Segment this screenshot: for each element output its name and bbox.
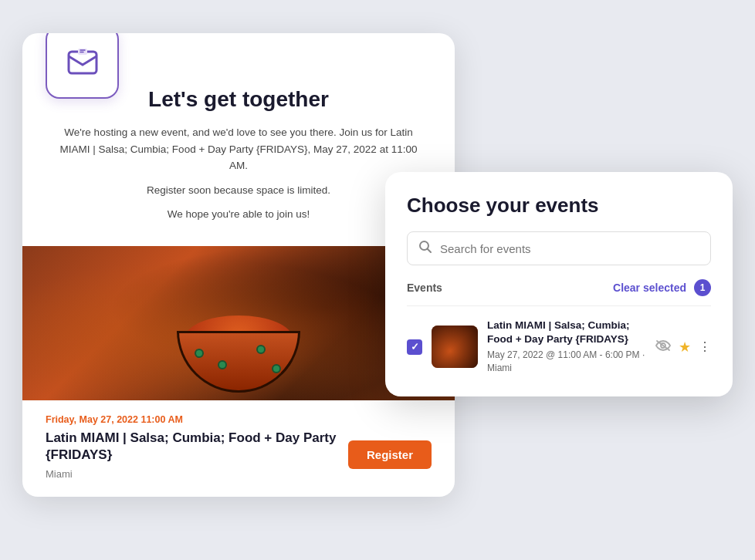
food-bowl-decoration <box>169 300 308 393</box>
svg-line-3 <box>428 249 432 253</box>
toolbar-right: Clear selected 1 <box>613 279 711 296</box>
events-toolbar: Events Clear selected 1 <box>407 279 711 306</box>
star-icon[interactable]: ★ <box>679 339 691 356</box>
event-location: Miami <box>46 468 348 480</box>
event-checkbox[interactable]: ✓ <box>407 339 422 355</box>
event-item-location: Miami <box>487 362 646 375</box>
email-icon-wrapper <box>46 33 119 99</box>
event-list-item: ✓ Latin MIAMI | Salsa; Cumbia; Food + Da… <box>407 319 711 375</box>
event-item-actions: ★ ⋮ <box>655 339 711 356</box>
email-body: We're hosting a new event, and we'd love… <box>53 124 424 223</box>
email-body-line3: We hope you're able to join us! <box>53 206 424 223</box>
register-button[interactable]: Register <box>348 440 432 469</box>
event-item-datetime: May 27, 2022 @ 11:00 AM - 6:00 PM · <box>487 349 646 362</box>
email-icon <box>64 44 101 81</box>
events-panel-title: Choose your events <box>407 194 711 218</box>
event-date: Friday, May 27, 2022 11:00 AM <box>46 414 432 425</box>
more-options-icon[interactable]: ⋮ <box>699 339 711 354</box>
clear-selected-button[interactable]: Clear selected <box>613 282 686 294</box>
search-input[interactable] <box>440 242 699 255</box>
search-box[interactable] <box>407 231 711 265</box>
event-info: Latin MIAMI | Salsa; Cumbia; Food + Day … <box>487 319 646 375</box>
checkmark-icon: ✓ <box>411 341 419 353</box>
hide-icon[interactable] <box>655 340 671 354</box>
svg-rect-0 <box>69 52 96 73</box>
count-badge: 1 <box>694 279 711 296</box>
events-label: Events <box>407 282 442 294</box>
event-name-location: Latin MIAMI | Salsa; Cumbia; Food + Day … <box>46 430 348 480</box>
email-body-line2: Register soon because space is limited. <box>53 182 424 199</box>
email-body-line1: We're hosting a new event, and we'd love… <box>53 124 424 174</box>
event-footer-row: Latin MIAMI | Salsa; Cumbia; Food + Day … <box>46 430 432 480</box>
event-name: Latin MIAMI | Salsa; Cumbia; Food + Day … <box>46 430 348 464</box>
events-panel: Choose your events Events Clear selected… <box>385 172 733 396</box>
event-thumbnail <box>432 326 478 368</box>
email-footer: Friday, May 27, 2022 11:00 AM Latin MIAM… <box>22 400 455 497</box>
scene: Let's get together We're hosting a new e… <box>22 18 733 542</box>
event-item-name: Latin MIAMI | Salsa; Cumbia; Food + Day … <box>487 319 646 346</box>
search-icon <box>418 240 432 257</box>
